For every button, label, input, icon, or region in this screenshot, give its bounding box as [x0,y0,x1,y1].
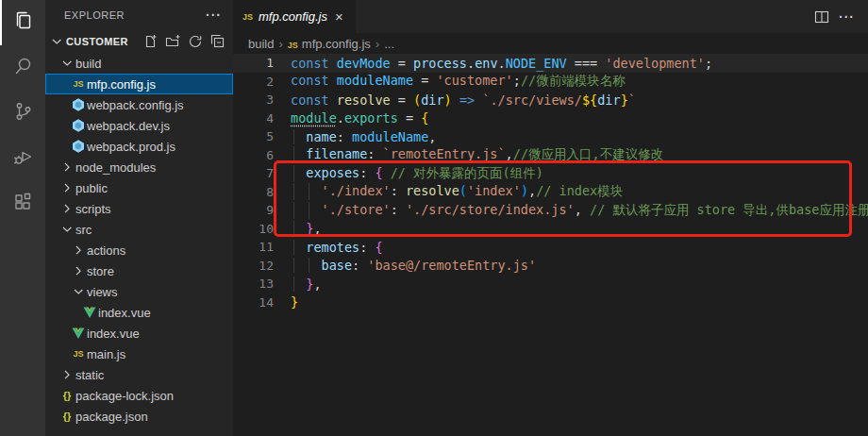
tree-item-webpack.config.js[interactable]: webpack.config.js [45,94,233,115]
tree-item-webpack.prod.js[interactable]: webpack.prod.js [45,136,233,157]
split-editor-icon[interactable] [814,9,829,25]
chevron-right-icon [58,201,75,216]
new-folder-icon[interactable] [165,34,180,49]
js-file-icon: JS [70,346,87,361]
code-line-10[interactable]: 10 }, [233,220,868,239]
code-line-13[interactable]: 13 }, [233,275,868,293]
code-line-14[interactable]: 14} [233,293,868,312]
activity-item-source-control[interactable] [0,91,45,136]
vscode-window: EXPLORER ··· CUSTOMER buildJSmfp.config.… [0,0,868,436]
tree-item-scripts[interactable]: scripts [45,198,233,219]
code-line-3[interactable]: 3const resolve = (dir) => `./src/views/$… [233,91,868,109]
more-actions-icon[interactable]: ··· [206,8,222,23]
line-number: 10 [233,222,274,236]
activity-item-explorer[interactable] [0,0,45,45]
code-line-11[interactable]: 11 remotes: { [233,238,868,257]
tree-item-actions[interactable]: actions [45,240,233,260]
new-file-icon[interactable] [142,34,158,49]
code-text: filename: `remoteEntry.js`,//微应用入口,不建议修改 [291,146,663,163]
tree-item-label: scripts [75,202,111,216]
source-control-icon [12,100,35,126]
breadcrumb-item[interactable]: build [248,37,274,51]
chevron-down-icon [49,34,64,49]
code-text: './store': './src/store/index.js', // 默认… [291,202,868,219]
code-line-12[interactable]: 12 base: 'base@/remoteEntry.js' [233,257,868,276]
code-text: const resolve = (dir) => `./src/views/${… [291,92,636,108]
code-text: } [291,294,298,310]
line-number: 2 [233,75,274,89]
tree-item-main.js[interactable]: JSmain.js [45,344,233,364]
code-text: const devMode = process.env.NODE_ENV ===… [291,56,712,71]
explorer-title: EXPLORER [64,9,125,21]
section-header-customer[interactable]: CUSTOMER [45,30,233,53]
tree-item-package.json[interactable]: {}package.json [45,406,233,427]
code-line-2[interactable]: 2const moduleName = 'customer';//微前端模块名称 [233,73,868,92]
code-line-5[interactable]: 5 name: moduleName, [233,127,868,146]
explorer-icon [12,9,35,36]
tree-item-package-lock.json[interactable]: {}package-lock.json [45,385,233,406]
vue-file-icon [81,305,98,320]
close-icon[interactable]: × [335,9,343,24]
activity-item-search[interactable] [0,45,45,91]
code-line-6[interactable]: 6 filename: `remoteEntry.js`,//微应用入口,不建议… [233,146,868,165]
code-line-8[interactable]: 8 './index': resolve('index'),// index模块 [233,183,868,202]
tree-item-label: src [75,223,92,237]
code-line-9[interactable]: 9 './store': './src/store/index.js', // … [233,201,868,220]
section-label: CUSTOMER [66,36,142,47]
breadcrumb-label: ... [384,37,394,51]
breadcrumb-item[interactable]: JSmfp.config.js [288,37,371,51]
tree-item-index.vue[interactable]: index.vue [45,302,233,323]
tree-item-mfp.config.js[interactable]: JSmfp.config.js [45,74,233,94]
tree-item-build[interactable]: build [45,53,233,74]
code-editor[interactable]: 1const devMode = process.env.NODE_ENV ==… [233,54,868,436]
activity-bar [0,0,45,436]
tree-item-label: package-lock.json [75,389,174,403]
breadcrumb-label: mfp.config.js [302,37,371,51]
refresh-icon[interactable] [188,34,203,49]
code-line-1[interactable]: 1const devMode = process.env.NODE_ENV ==… [233,54,868,73]
tree-item-store[interactable]: store [45,260,233,281]
tree-item-label: views [87,285,118,299]
sidebar-header: EXPLORER ··· [45,0,233,30]
tree-item-index.vue[interactable]: index.vue [45,323,233,344]
activity-item-run-and-debug[interactable] [0,136,45,181]
code-text: }, [291,221,322,236]
search-icon [12,55,35,81]
breadcrumb-separator: › [376,37,379,51]
line-number: 14 [233,295,274,310]
code-line-4[interactable]: 4module.exports = { [233,109,868,128]
line-number: 1 [233,56,274,70]
tree-item-label: index.vue [98,306,151,320]
tree-item-node-modules[interactable]: node_modules [45,157,233,177]
chevron-down-icon [58,222,75,237]
webpack-file-icon [70,139,87,154]
tab-mfp-config-js[interactable]: JS mfp.config.js × [233,0,356,33]
breadcrumb: build›JSmfp.config.js›... [233,33,868,54]
tree-item-label: store [87,264,114,278]
tab-bar: JS mfp.config.js × ··· [233,0,868,33]
breadcrumb-item[interactable]: ... [384,37,394,51]
tree-item-public[interactable]: public [45,177,233,198]
collapse-all-icon[interactable] [210,34,225,49]
extensions-icon [12,191,35,217]
code-text: remotes: { [291,240,383,255]
tree-item-webpack.dev.js[interactable]: webpack.dev.js [45,115,233,136]
tree-item-label: main.js [87,347,125,361]
tree-item-label: webpack.dev.js [87,119,170,133]
js-file-icon: JS [70,76,87,92]
code-line-7[interactable]: 7 exposes: { // 对外暴露的页面(组件) [233,164,868,183]
chevron-right-icon [58,159,75,175]
js-file-icon: JS [242,12,253,22]
tree-item-label: static [75,368,104,382]
code-text: exposes: { // 对外暴露的页面(组件) [291,165,543,182]
tree-item-static[interactable]: static [45,364,233,385]
tree-item-label: public [75,181,108,195]
activity-item-extensions[interactable] [0,181,45,226]
tree-item-label: webpack.config.js [87,98,184,112]
more-icon[interactable]: ··· [839,9,855,25]
js-file-icon: JS [288,37,298,51]
tree-item-views[interactable]: views [45,281,233,302]
tree-item-src[interactable]: src [45,219,233,240]
line-number: 11 [233,240,274,254]
vue-file-icon [70,326,87,341]
